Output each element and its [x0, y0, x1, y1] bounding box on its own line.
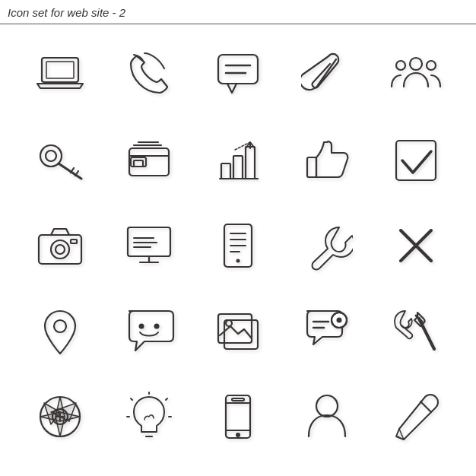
phone-icon: [119, 40, 179, 109]
svg-point-8: [427, 61, 436, 70]
icon-cell-checkbox: [372, 117, 461, 202]
icon-cell-thumbsup: [283, 117, 372, 202]
camera-icon: [30, 211, 90, 280]
icon-cell-close: [372, 203, 461, 288]
svg-point-27: [56, 245, 65, 254]
icon-cell-chat: [193, 32, 282, 117]
chat-bubble-icon: [208, 40, 268, 109]
svg-point-10: [46, 151, 56, 161]
svg-rect-20: [221, 163, 230, 179]
svg-point-7: [396, 61, 405, 70]
icon-cell-mobile: [193, 374, 282, 459]
shutter-icon: [30, 382, 90, 451]
svg-point-6: [410, 58, 422, 70]
laptop-icon: [30, 40, 90, 109]
svg-line-61: [131, 398, 132, 400]
icon-cell-tools: [372, 288, 461, 373]
page-title: Icon set for web site - 2: [8, 6, 125, 19]
icon-cell-gallery: [193, 288, 282, 373]
image-gallery-icon: [208, 297, 268, 365]
monitor-icon: [119, 211, 179, 280]
icons-grid: [0, 24, 476, 467]
svg-point-40: [236, 259, 240, 262]
svg-rect-3: [218, 55, 258, 84]
icon-cell-tablet-list: [193, 203, 282, 288]
wallet-icon: [119, 126, 179, 195]
icon-cell-key: [15, 117, 104, 202]
icon-cell-monitor: [104, 203, 193, 288]
icon-cell-group: [372, 32, 461, 117]
svg-rect-47: [224, 320, 258, 349]
svg-rect-14: [129, 148, 169, 176]
wrench-icon: [297, 211, 357, 280]
svg-rect-46: [218, 314, 252, 343]
icon-cell-chat-pin: [283, 288, 372, 373]
svg-point-70: [316, 395, 338, 417]
icon-cell-wallet: [104, 117, 193, 202]
svg-rect-22: [246, 147, 255, 179]
svg-rect-23: [307, 157, 316, 177]
icon-cell-laptop: [15, 32, 104, 117]
svg-point-44: [138, 324, 144, 329]
lightbulb-icon: [119, 382, 179, 451]
icon-cell-barchart: [193, 117, 282, 202]
icon-cell-location: [15, 288, 104, 373]
close-x-icon: [386, 211, 446, 280]
bar-chart-icon: [208, 126, 268, 195]
icon-cell-lightbulb: [104, 374, 193, 459]
svg-point-45: [154, 324, 159, 329]
svg-line-63: [166, 398, 167, 400]
thumbs-up-icon: [297, 126, 357, 195]
svg-point-43: [54, 320, 66, 332]
header: Icon set for web site - 2: [0, 0, 476, 24]
tablet-list-icon: [208, 211, 268, 280]
svg-rect-28: [71, 240, 77, 243]
svg-rect-1: [46, 62, 74, 78]
user-silhouette-icon: [297, 382, 357, 451]
paperclip-icon: [297, 40, 357, 109]
icon-cell-chat-emotion: [104, 288, 193, 373]
chat-pin-icon: [297, 297, 357, 365]
icon-cell-phone: [104, 32, 193, 117]
svg-point-51: [337, 318, 342, 323]
group-users-icon: [386, 40, 446, 109]
icon-cell-shutter: [15, 374, 104, 459]
key-icon: [30, 126, 90, 195]
pencil-icon: [386, 382, 446, 451]
svg-rect-69: [232, 398, 244, 401]
svg-line-54: [419, 319, 434, 349]
svg-point-68: [236, 433, 240, 437]
svg-point-48: [226, 320, 232, 326]
svg-rect-65: [226, 395, 250, 438]
icon-cell-user: [283, 374, 372, 459]
svg-point-26: [51, 240, 69, 259]
mobile-phone-icon: [208, 382, 268, 451]
tools-cross-icon: [386, 297, 446, 365]
svg-line-71: [420, 401, 431, 412]
chat-emotion-icon: [119, 297, 179, 365]
svg-rect-18: [134, 160, 143, 167]
icon-cell-paperclip: [283, 32, 372, 117]
svg-rect-21: [233, 156, 243, 179]
checkbox-icon: [386, 126, 446, 195]
location-pin-icon: [30, 297, 90, 365]
icon-cell-wrench: [283, 203, 372, 288]
icon-cell-camera: [15, 203, 104, 288]
icon-cell-pencil: [372, 374, 461, 459]
